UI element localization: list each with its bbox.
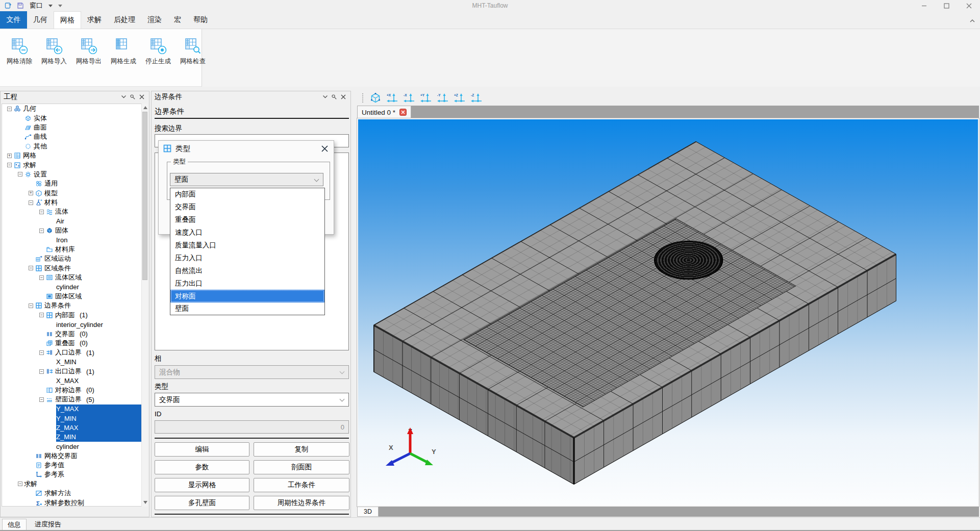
scroll-up-icon[interactable] (143, 106, 147, 109)
tree-item-流体区域[interactable]: −流体区域 (2, 273, 141, 282)
tree-expander-plus-icon[interactable]: + (7, 154, 12, 158)
close-button[interactable] (958, 0, 980, 11)
minimize-button[interactable] (913, 0, 935, 11)
view-isometric-button[interactable] (368, 92, 383, 104)
bc-button-周期性边界条件[interactable]: 周期性边界条件 (254, 496, 349, 510)
tree-item-参考系[interactable]: 参考系 (2, 470, 141, 479)
tree-item-Z_MIN[interactable]: Z_MIN (2, 433, 141, 442)
tree-item-几何[interactable]: −几何 (2, 104, 141, 113)
tree-item-Z_MAX[interactable]: Z_MAX (2, 423, 141, 432)
dropdown-option-压力入口[interactable]: 压力入口 (170, 251, 324, 264)
tree-expander-plus-icon[interactable]: + (29, 191, 33, 195)
tree-item-模型[interactable]: +τ模型 (2, 189, 141, 198)
tree-item-材料[interactable]: −材料 (2, 198, 141, 207)
undo-icon[interactable] (4, 2, 12, 10)
tree-item-参考值[interactable]: 参考值 (2, 461, 141, 470)
tree-item-曲面[interactable]: 曲面 (2, 123, 141, 132)
bc-button-显示网格[interactable]: 显示网格 (155, 478, 249, 492)
dialog-header[interactable]: 类型 (159, 141, 334, 156)
save-icon[interactable] (16, 2, 24, 10)
menu-tab-渲染[interactable]: 渲染 (141, 11, 168, 29)
tree-expander-minus-icon[interactable]: − (39, 313, 44, 317)
tree-item-网格[interactable]: +网格 (2, 151, 141, 160)
toolbar-drag-handle[interactable] (362, 93, 364, 103)
tree-expander-minus-icon[interactable]: − (39, 369, 44, 374)
menu-file-button[interactable]: 文件 (0, 11, 27, 29)
type-combobox[interactable]: 交界面 (155, 393, 349, 407)
menu-tab-几何[interactable]: 几何 (27, 11, 54, 29)
bc-button-剖面图[interactable]: 剖面图 (254, 460, 349, 474)
menu-tab-宏[interactable]: 宏 (168, 11, 187, 29)
tree-item-入口边界[interactable]: −入口边界(1) (2, 348, 141, 357)
bc-button-复制[interactable]: 复制 (254, 442, 349, 457)
ribbon-button-mesh-stop[interactable]: 停止生成 (143, 34, 173, 66)
bc-button-参数[interactable]: 参数 (155, 460, 249, 474)
tree-item-网格交界面[interactable]: 网格交界面 (2, 451, 141, 460)
tree-item-区域条件[interactable]: −区域条件 (2, 264, 141, 273)
menu-tab-网格[interactable]: 网格 (54, 11, 81, 29)
tree-item-求解[interactable]: −求解 (2, 160, 141, 169)
status-tab-信息[interactable]: 信息 (2, 519, 27, 530)
view-axis--Y-button[interactable]: -Y (436, 92, 450, 104)
ribbon-button-mesh-export[interactable]: 网格导出 (73, 34, 104, 66)
tree-item-X_MIN[interactable]: X_MIN (2, 358, 141, 367)
tree-item-固体区域[interactable]: 固体区域 (2, 292, 141, 301)
dropdown-option-内部面[interactable]: 内部面 (170, 188, 324, 201)
scroll-down-icon[interactable] (143, 501, 147, 504)
tree-item-Y_MIN[interactable]: Y_MIN (2, 414, 141, 423)
tree-expander-minus-icon[interactable]: − (18, 482, 22, 486)
tree-expander-minus-icon[interactable]: − (39, 275, 44, 280)
panel-pin-icon[interactable] (330, 93, 338, 101)
menu-tab-求解[interactable]: 求解 (81, 11, 108, 29)
bc-button-编辑[interactable]: 编辑 (155, 442, 249, 457)
panel-close-icon[interactable] (138, 93, 146, 101)
view-axis--Z-button[interactable]: -Z (469, 92, 484, 104)
bc-button-工作条件[interactable]: 工作条件 (254, 478, 349, 492)
scrollbar-thumb[interactable] (142, 112, 147, 280)
dropdown-option-交界面[interactable]: 交界面 (170, 201, 324, 214)
tree-item-内部面[interactable]: −内部面(1) (2, 311, 141, 320)
tree-scrollbar[interactable] (141, 104, 148, 507)
panel-chevron-icon[interactable] (119, 93, 128, 101)
tree-item-边界条件[interactable]: −边界条件 (2, 301, 141, 310)
panel-pin-icon[interactable] (129, 93, 137, 101)
tree-item-出口边界[interactable]: −出口边界(1) (2, 367, 141, 376)
tree-item-cylinder[interactable]: cylinder (2, 282, 141, 291)
view-3d-tab[interactable]: 3D (357, 507, 379, 517)
tree-item-求解方法[interactable]: 求解方法 (2, 489, 141, 498)
tree-expander-minus-icon[interactable]: − (39, 229, 44, 233)
bc-button-多孔壁面[interactable]: 多孔壁面 (155, 496, 249, 510)
ribbon-collapse-icon[interactable] (969, 17, 977, 26)
tree-item-重叠面[interactable]: 重叠面(0) (2, 339, 141, 348)
tree-expander-minus-icon[interactable]: − (29, 304, 33, 308)
phase-combobox[interactable]: 混合物 (155, 365, 349, 379)
dropdown-option-自然流出[interactable]: 自然流出 (170, 264, 324, 277)
document-tab[interactable]: Untitled 0 * (357, 106, 411, 118)
ribbon-button-mesh-check[interactable]: 网格检查 (178, 34, 208, 66)
maximize-button[interactable] (935, 0, 958, 11)
dropdown-option-速度入口[interactable]: 速度入口 (170, 226, 324, 239)
tree-expander-minus-icon[interactable]: − (39, 210, 44, 214)
view-axis-+X-button[interactable]: +X (385, 92, 399, 104)
window-menu-caret-icon[interactable] (48, 5, 53, 7)
dialog-type-combobox[interactable]: 壁面 (170, 173, 323, 186)
tree-item-求解[interactable]: −求解 (2, 479, 141, 489)
dropdown-option-壁面[interactable]: 壁面 (170, 302, 324, 315)
tree-item-Iron[interactable]: Iron (2, 235, 141, 244)
tree-item-Air[interactable]: Air (2, 217, 141, 226)
dropdown-option-重叠面[interactable]: 重叠面 (170, 214, 324, 226)
tree-expander-minus-icon[interactable]: − (29, 266, 33, 270)
view-axis-+Z-button[interactable]: +Z (453, 92, 467, 104)
view-axis-+Y-button[interactable]: +Y (419, 92, 433, 104)
dropdown-option-质量流量入口[interactable]: 质量流量入口 (170, 239, 324, 252)
tree-item-通用[interactable]: 通用 (2, 179, 141, 188)
tree-expander-minus-icon[interactable]: − (39, 397, 44, 402)
ribbon-button-mesh-clear[interactable]: 网格清除 (4, 34, 35, 66)
status-tab-进度报告[interactable]: 进度报告 (30, 519, 66, 530)
tree-item-对称边界[interactable]: 对称边界(0) (2, 386, 141, 395)
menu-tab-帮助[interactable]: 帮助 (187, 11, 214, 29)
tree-item-固体[interactable]: −固体 (2, 226, 141, 235)
dropdown-option-压力出口[interactable]: 压力出口 (170, 277, 324, 290)
tree-item-cylinder[interactable]: cylinder (2, 442, 141, 451)
tab-close-icon[interactable] (399, 109, 407, 116)
